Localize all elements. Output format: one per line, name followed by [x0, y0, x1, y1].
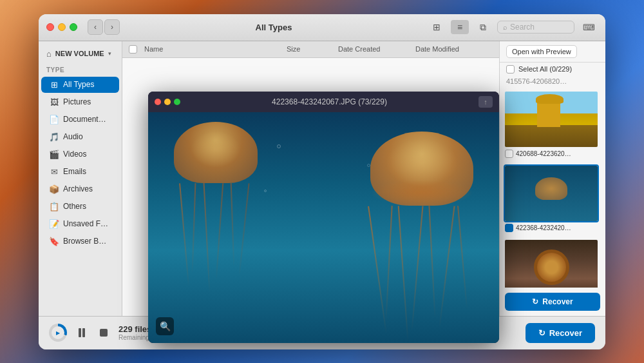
rtentacle-3: [398, 206, 409, 341]
file-list-name-label: 415576-4206820…: [500, 76, 605, 88]
chevron-down-icon: ▾: [108, 50, 111, 57]
keyboard-button[interactable]: ⌨: [580, 20, 598, 34]
sidebar-item-audio[interactable]: 🎵 Audio: [41, 129, 119, 145]
tentacle-1: [179, 183, 189, 286]
pause-bar-left: [79, 328, 81, 337]
rtentacle-5: [428, 206, 435, 319]
rtentacle-4: [412, 206, 424, 331]
preview-title-bar: 422368-423242067.JPG (73/229) ↑: [148, 92, 499, 112]
sidebar-item-all-types[interactable]: ⊞ All Types: [41, 77, 119, 93]
preview-share-button[interactable]: ↑: [478, 96, 493, 108]
audio-icon: 🎵: [49, 132, 59, 142]
column-headers: Name Size Date Created Date Modified: [122, 41, 499, 58]
others-icon: 📋: [49, 202, 59, 211]
sidebar-header: ⌂ NEW VOLUME ▾: [39, 46, 122, 64]
jellyfish-filename: 422368-4232420…: [516, 224, 571, 231]
sidebar-item-documents[interactable]: 📄 Document…: [41, 112, 119, 128]
thumbnail-item-lion[interactable]: 423248-4315980…: [504, 239, 601, 288]
preview-traffic-lights: [155, 99, 180, 105]
thumbnail-item-jellyfish[interactable]: 422368-4232420…: [504, 164, 601, 233]
videos-icon: 🎬: [49, 150, 59, 159]
preview-maximize-button[interactable]: [174, 99, 180, 105]
zoom-indicator[interactable]: 🔍: [156, 317, 174, 335]
toolbar-right: ⊞ ≡ ⧉ ⌕ ⌨: [428, 20, 598, 34]
select-all-label: Select All (0/229): [518, 65, 572, 73]
sidebar-item-label: Archives: [63, 184, 93, 193]
type-section-label: Type: [39, 64, 122, 76]
play-icon: ▶: [56, 330, 60, 336]
name-column-header: Name: [142, 45, 287, 53]
checkbox-col: [129, 45, 142, 54]
preview-modal: 422368-423242067.JPG (73/229) ↑: [148, 92, 499, 343]
sidebar-item-emails[interactable]: ✉ Emails: [41, 164, 119, 180]
thumbnail-item-giraffe[interactable]: 420688-4223620…: [504, 90, 601, 159]
minimize-button[interactable]: [58, 23, 66, 31]
preview-minimize-button[interactable]: [164, 99, 171, 105]
tentacle-6: [238, 183, 249, 276]
sidebar-item-videos[interactable]: 🎬 Videos: [41, 146, 119, 162]
close-button[interactable]: [46, 23, 54, 31]
sidebar-item-label: Unsaved F…: [63, 219, 108, 228]
pause-button[interactable]: [75, 326, 89, 340]
sidebar-item-unsaved[interactable]: 📝 Unsaved F…: [41, 216, 119, 232]
date-created-column-header: Date Created: [338, 45, 415, 53]
thumbnail-list: 420688-4223620… 422368-4232420…: [500, 88, 605, 288]
preview-title: 422368-423242067.JPG (73/229): [184, 97, 475, 106]
main-window: ‹ › All Types ⊞ ≡ ⧉ ⌕ ⌨ ⌂ NEW VOLUME ▾: [39, 14, 605, 349]
window-body: ⌂ NEW VOLUME ▾ Type ⊞ All Types 🖼 Pictur…: [39, 41, 605, 349]
sidebar-item-browser[interactable]: 🔖 Browser B…: [41, 233, 119, 250]
window-title: All Types: [125, 23, 422, 32]
date-modified-column-header: Date Modified: [415, 45, 493, 53]
bubble-1: [277, 144, 281, 148]
jellyfish-right: [370, 132, 473, 343]
select-all-row: Select All (0/229): [500, 63, 605, 76]
stop-square: [100, 329, 108, 337]
open-preview-button[interactable]: Open with Preview: [506, 45, 577, 58]
jellyfish-bell: [535, 177, 567, 200]
sidebar-item-label: Document…: [63, 115, 106, 124]
filter-button[interactable]: ⧉: [474, 20, 492, 34]
search-input[interactable]: [510, 23, 562, 32]
tentacle-5: [231, 183, 235, 267]
select-all-files-checkbox[interactable]: [506, 65, 515, 74]
grid-view-button[interactable]: ⊞: [428, 20, 446, 34]
preview-image-area: 🔍: [148, 112, 499, 343]
stop-button[interactable]: [97, 326, 111, 340]
giraffe-checkbox[interactable]: [505, 150, 513, 158]
bubble-3: [367, 164, 370, 167]
recover-main-label: Recover: [549, 328, 582, 338]
giraffe-image: [505, 92, 598, 147]
select-all-checkbox[interactable]: [129, 45, 137, 54]
progress-indicator: ▶: [49, 324, 67, 342]
lion-face: [534, 250, 569, 285]
pictures-icon: 🖼: [49, 97, 59, 107]
tentacle-2: [192, 183, 196, 273]
tentacle-4: [216, 183, 223, 280]
rtentacle-2: [385, 206, 392, 322]
jellyfish-right-mantle: [370, 180, 473, 206]
maximize-button[interactable]: [70, 23, 77, 31]
sidebar-item-label: All Types: [63, 80, 94, 89]
volume-label: NEW VOLUME: [55, 50, 104, 57]
sidebar-item-label: Others: [63, 202, 86, 211]
jellyfish-right-bell: [370, 132, 473, 206]
jellyfish-label: 422368-4232420…: [504, 222, 601, 233]
back-button[interactable]: ‹: [88, 19, 103, 35]
sidebar-item-archives[interactable]: 📦 Archives: [41, 181, 119, 197]
sidebar-item-pictures[interactable]: 🖼 Pictures: [41, 94, 119, 110]
jellyfish-image: [505, 166, 598, 221]
right-panel: Open with Preview Select All (0/229) 415…: [499, 41, 605, 316]
rtentacle-7: [457, 206, 467, 309]
list-view-button[interactable]: ≡: [451, 20, 469, 34]
emails-icon: ✉: [49, 167, 59, 177]
recover-button-main[interactable]: ↻ Recover: [526, 323, 595, 343]
sidebar-item-others[interactable]: 📋 Others: [41, 199, 119, 215]
progress-inner: ▶: [52, 326, 64, 339]
jellyfish-right-tentacles: [370, 206, 473, 343]
forward-button[interactable]: ›: [104, 19, 120, 35]
recover-button-panel[interactable]: ↻ Recover: [505, 293, 600, 311]
giraffe-head: [536, 94, 564, 104]
jellyfish-checkbox[interactable]: [505, 224, 513, 232]
preview-close-button[interactable]: [155, 99, 161, 105]
bubble-2: [264, 190, 267, 192]
